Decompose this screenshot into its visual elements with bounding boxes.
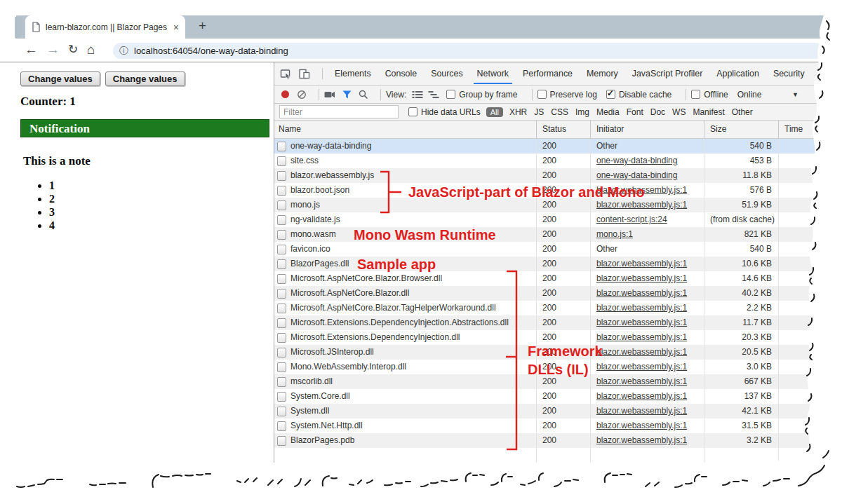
home-button[interactable]: ⌂ — [87, 41, 95, 58]
screenshot-camera-icon[interactable] — [324, 90, 335, 99]
devtools-tab-elements[interactable]: Elements — [328, 62, 378, 85]
filter-input[interactable] — [279, 105, 399, 118]
initiator-link[interactable]: blazor.webassembly.js:1 — [596, 421, 687, 430]
hide-data-urls-label: Hide data URLs — [421, 107, 481, 117]
view-list-icon[interactable] — [412, 90, 423, 99]
initiator-link[interactable]: blazor.webassembly.js:1 — [596, 273, 687, 283]
file-icon — [277, 421, 286, 431]
type-filter-doc[interactable]: Doc — [650, 107, 665, 117]
network-row[interactable]: System.Core.dll200blazor.webassembly.js:… — [274, 389, 842, 404]
tab-title: learn-blazor.com || Blazor Pages — [46, 22, 169, 32]
file-icon — [277, 274, 286, 284]
initiator-link[interactable]: blazor.webassembly.js:1 — [596, 288, 687, 298]
initiator-link[interactable]: content-script.js:24 — [596, 214, 667, 224]
devtools-tab-network[interactable]: Network — [470, 62, 516, 85]
back-button[interactable]: ← — [25, 41, 38, 58]
type-filter-media[interactable]: Media — [596, 107, 620, 117]
column-header-time[interactable]: Time — [778, 121, 842, 138]
search-icon[interactable] — [359, 90, 368, 100]
network-row[interactable]: ng-validate.js200content-script.js:24(fr… — [274, 212, 842, 227]
initiator-link[interactable]: blazor.webassembly.js:1 — [596, 303, 687, 313]
column-header-name[interactable]: Name — [274, 121, 536, 138]
file-icon — [277, 348, 286, 357]
column-header-size[interactable]: Size — [704, 121, 778, 138]
devtools-tab-performance[interactable]: Performance — [516, 62, 580, 85]
devtools-tab-memory[interactable]: Memory — [580, 62, 625, 85]
list-item: 2 — [49, 192, 55, 205]
devtools-tab-sources[interactable]: Sources — [424, 62, 469, 85]
network-row[interactable]: Microsoft.Extensions.DependencyInjection… — [274, 315, 842, 330]
initiator-link[interactable]: blazor.webassembly.js:1 — [596, 435, 687, 445]
online-throttling-label[interactable]: Online — [737, 90, 762, 100]
type-filter-xhr[interactable]: XHR — [509, 107, 527, 117]
type-filter-img[interactable]: Img — [575, 107, 589, 117]
type-filter-ws[interactable]: WS — [672, 107, 686, 117]
network-row[interactable]: System.Net.Http.dll200blazor.webassembly… — [274, 418, 842, 433]
offline-checkbox[interactable] — [691, 90, 700, 99]
page-content-panel: Change values Change values Counter: 1 N… — [0, 62, 273, 463]
url-bar[interactable]: ⓘ localhost:64054/one-way-data-binding — [113, 43, 823, 59]
initiator-link[interactable]: one-way-data-binding — [596, 170, 677, 180]
record-button[interactable] — [281, 90, 289, 98]
column-header-status[interactable]: Status — [536, 121, 590, 138]
file-icon — [277, 377, 286, 387]
file-icon — [277, 230, 286, 240]
devtools-tab-javascript-profiler[interactable]: JavaScript Profiler — [625, 62, 710, 85]
network-row[interactable]: Microsoft.AspNetCore.Blazor.Browser.dll2… — [274, 271, 842, 286]
devtools-tab-console[interactable]: Console — [378, 62, 424, 85]
page-file-icon — [32, 22, 41, 32]
change-values-button-1[interactable]: Change values — [20, 71, 100, 86]
device-toolbar-icon[interactable] — [299, 69, 310, 79]
filter-all-pill[interactable]: All — [486, 107, 503, 117]
change-values-button-2[interactable]: Change values — [105, 71, 185, 86]
initiator-link[interactable]: one-way-data-binding — [596, 156, 677, 165]
group-by-frame-checkbox[interactable] — [446, 90, 455, 99]
devtools-tab-application[interactable]: Application — [709, 62, 766, 85]
new-tab-button[interactable]: + — [199, 19, 206, 32]
reload-button[interactable]: ↻ — [68, 41, 78, 58]
chevron-down-icon[interactable]: ▼ — [792, 91, 798, 98]
network-row[interactable]: blazor.webassembly.js200one-way-data-bin… — [274, 168, 842, 183]
info-icon[interactable]: ⓘ — [119, 45, 128, 57]
note-label: This is a note — [23, 154, 91, 168]
type-filter-css[interactable]: CSS — [551, 107, 568, 117]
preserve-log-checkbox[interactable] — [537, 90, 547, 99]
file-icon — [277, 142, 286, 151]
initiator-link[interactable]: blazor.webassembly.js:1 — [596, 200, 687, 210]
initiator-link[interactable]: blazor.webassembly.js:1 — [596, 259, 687, 268]
type-filter-other[interactable]: Other — [732, 107, 753, 117]
disable-cache-checkbox[interactable] — [606, 90, 615, 99]
devtools-tab-security[interactable]: Security — [766, 62, 812, 85]
network-row[interactable]: Microsoft.AspNetCore.Blazor.dll200blazor… — [274, 286, 842, 301]
view-waterfall-icon[interactable] — [428, 90, 439, 99]
screenshot-root: learn-blazor.com || Blazor Pages × + ← →… — [0, 0, 842, 504]
preserve-log-label: Preserve log — [550, 90, 597, 100]
annotation-sample-app: Sample app — [357, 256, 436, 273]
browser-tab[interactable]: learn-blazor.com || Blazor Pages × — [25, 15, 185, 39]
tab-close-icon[interactable]: × — [173, 22, 179, 32]
network-row[interactable]: site.css200one-way-data-binding453 B — [274, 154, 842, 168]
network-row[interactable]: Microsoft.AspNetCore.Blazor.TagHelperWor… — [274, 301, 842, 315]
initiator-link[interactable]: blazor.webassembly.js:1 — [596, 347, 687, 357]
file-icon — [277, 304, 286, 313]
network-row[interactable]: one-way-data-binding200Other540 B — [274, 139, 842, 154]
initiator-link[interactable]: blazor.webassembly.js:1 — [596, 332, 687, 342]
network-row[interactable]: System.dll200blazor.webassembly.js:142.1… — [274, 404, 842, 418]
type-filter-manifest[interactable]: Manifest — [693, 107, 724, 117]
type-filter-font[interactable]: Font — [627, 107, 643, 117]
clear-icon[interactable] — [297, 90, 307, 100]
inspect-element-icon[interactable] — [280, 69, 292, 79]
initiator-link[interactable]: mono.js:1 — [596, 229, 633, 239]
forward-button[interactable]: → — [46, 41, 60, 58]
initiator-link[interactable]: blazor.webassembly.js:1 — [596, 362, 687, 372]
network-row[interactable]: favicon.ico200Other540 B — [274, 242, 842, 257]
initiator-link[interactable]: blazor.webassembly.js:1 — [596, 376, 687, 386]
initiator-link[interactable]: blazor.webassembly.js:1 — [596, 391, 687, 401]
filter-funnel-icon[interactable] — [342, 90, 352, 99]
hide-data-urls-checkbox[interactable] — [408, 107, 417, 116]
network-row[interactable]: BlazorPages.pdb200blazor.webassembly.js:… — [274, 433, 842, 448]
column-header-initiator[interactable]: Initiator — [590, 121, 704, 138]
type-filter-js[interactable]: JS — [534, 107, 544, 117]
initiator-link[interactable]: blazor.webassembly.js:1 — [596, 318, 687, 327]
initiator-link[interactable]: blazor.webassembly.js:1 — [596, 406, 687, 416]
